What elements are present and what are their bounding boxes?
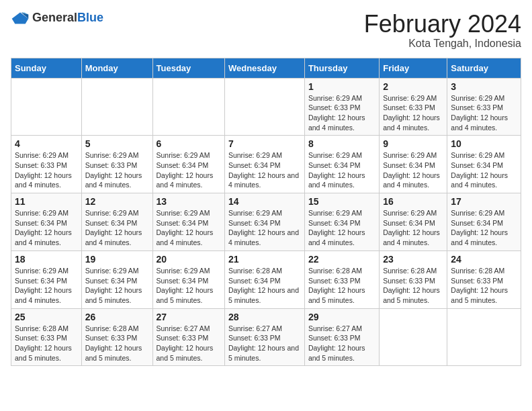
day-detail: Sunrise: 6:29 AM Sunset: 6:34 PM Dayligh… <box>157 208 221 248</box>
day-detail: Sunrise: 6:29 AM Sunset: 6:34 PM Dayligh… <box>451 150 517 190</box>
calendar-cell: 4Sunrise: 6:29 AM Sunset: 6:33 PM Daylig… <box>11 136 82 193</box>
week-row-3: 11Sunrise: 6:29 AM Sunset: 6:34 PM Dayli… <box>11 193 521 251</box>
day-detail: Sunrise: 6:29 AM Sunset: 6:34 PM Dayligh… <box>228 208 301 248</box>
calendar-cell: 26Sunrise: 6:28 AM Sunset: 6:33 PM Dayli… <box>81 308 152 366</box>
calendar-cell: 16Sunrise: 6:29 AM Sunset: 6:34 PM Dayli… <box>380 193 447 251</box>
calendar-cell: 20Sunrise: 6:29 AM Sunset: 6:34 PM Dayli… <box>152 250 224 308</box>
day-number: 11 <box>15 196 78 207</box>
calendar-cell <box>380 308 447 366</box>
day-detail: Sunrise: 6:27 AM Sunset: 6:33 PM Dayligh… <box>308 324 375 363</box>
day-number: 13 <box>157 196 221 207</box>
calendar-cell: 18Sunrise: 6:29 AM Sunset: 6:34 PM Dayli… <box>11 250 82 308</box>
day-number: 7 <box>228 138 301 149</box>
day-detail: Sunrise: 6:28 AM Sunset: 6:33 PM Dayligh… <box>451 266 517 306</box>
calendar-cell <box>81 78 152 136</box>
day-detail: Sunrise: 6:29 AM Sunset: 6:34 PM Dayligh… <box>15 266 78 306</box>
calendar-table: SundayMondayTuesdayWednesdayThursdayFrid… <box>11 58 521 367</box>
day-number: 28 <box>228 312 301 322</box>
day-detail: Sunrise: 6:29 AM Sunset: 6:33 PM Dayligh… <box>308 93 375 133</box>
calendar-cell: 28Sunrise: 6:27 AM Sunset: 6:33 PM Dayli… <box>224 308 304 366</box>
header-sunday: Sunday <box>11 58 82 78</box>
day-number: 27 <box>157 312 221 322</box>
calendar-cell: 10Sunrise: 6:29 AM Sunset: 6:34 PM Dayli… <box>447 136 521 193</box>
day-number: 25 <box>15 312 78 322</box>
header: GeneralBlue February 2024 Kota Tengah, I… <box>11 11 521 50</box>
main-title: February 2024 <box>364 11 521 38</box>
week-row-2: 4Sunrise: 6:29 AM Sunset: 6:33 PM Daylig… <box>11 136 521 193</box>
calendar-cell: 9Sunrise: 6:29 AM Sunset: 6:34 PM Daylig… <box>380 136 447 193</box>
header-friday: Friday <box>380 58 447 78</box>
day-detail: Sunrise: 6:28 AM Sunset: 6:33 PM Dayligh… <box>85 324 149 363</box>
calendar-cell <box>224 78 304 136</box>
day-number: 10 <box>451 138 517 149</box>
calendar-cell: 7Sunrise: 6:29 AM Sunset: 6:34 PM Daylig… <box>224 136 304 193</box>
day-detail: Sunrise: 6:29 AM Sunset: 6:34 PM Dayligh… <box>308 208 375 248</box>
calendar-cell: 3Sunrise: 6:29 AM Sunset: 6:33 PM Daylig… <box>447 78 521 136</box>
calendar-cell: 6Sunrise: 6:29 AM Sunset: 6:34 PM Daylig… <box>152 136 224 193</box>
calendar-cell <box>447 308 521 366</box>
calendar-cell: 19Sunrise: 6:29 AM Sunset: 6:34 PM Dayli… <box>81 250 152 308</box>
day-number: 19 <box>85 254 149 265</box>
day-number: 8 <box>308 138 375 149</box>
calendar-cell: 13Sunrise: 6:29 AM Sunset: 6:34 PM Dayli… <box>152 193 224 251</box>
logo-icon <box>11 11 30 25</box>
calendar-cell: 5Sunrise: 6:29 AM Sunset: 6:33 PM Daylig… <box>81 136 152 193</box>
day-detail: Sunrise: 6:29 AM Sunset: 6:33 PM Dayligh… <box>383 93 443 133</box>
calendar-cell: 17Sunrise: 6:29 AM Sunset: 6:34 PM Dayli… <box>447 193 521 251</box>
day-detail: Sunrise: 6:29 AM Sunset: 6:34 PM Dayligh… <box>451 208 517 248</box>
sub-title: Kota Tengah, Indonesia <box>364 38 521 50</box>
header-saturday: Saturday <box>447 58 521 78</box>
day-number: 16 <box>383 196 443 207</box>
header-monday: Monday <box>81 58 152 78</box>
day-number: 5 <box>85 138 149 149</box>
day-detail: Sunrise: 6:29 AM Sunset: 6:34 PM Dayligh… <box>157 150 221 190</box>
day-detail: Sunrise: 6:29 AM Sunset: 6:34 PM Dayligh… <box>228 150 301 190</box>
day-number: 26 <box>85 312 149 322</box>
header-tuesday: Tuesday <box>152 58 224 78</box>
calendar-cell <box>152 78 224 136</box>
day-number: 29 <box>308 312 375 322</box>
calendar-cell: 14Sunrise: 6:29 AM Sunset: 6:34 PM Dayli… <box>224 193 304 251</box>
day-detail: Sunrise: 6:29 AM Sunset: 6:34 PM Dayligh… <box>157 266 221 306</box>
week-row-1: 1Sunrise: 6:29 AM Sunset: 6:33 PM Daylig… <box>11 78 521 136</box>
day-number: 12 <box>85 196 149 207</box>
calendar-cell: 29Sunrise: 6:27 AM Sunset: 6:33 PM Dayli… <box>304 308 379 366</box>
calendar-cell: 27Sunrise: 6:27 AM Sunset: 6:33 PM Dayli… <box>152 308 224 366</box>
day-number: 22 <box>308 254 375 265</box>
calendar-header-row: SundayMondayTuesdayWednesdayThursdayFrid… <box>11 58 521 78</box>
day-detail: Sunrise: 6:28 AM Sunset: 6:33 PM Dayligh… <box>15 324 78 363</box>
header-wednesday: Wednesday <box>224 58 304 78</box>
calendar-cell: 24Sunrise: 6:28 AM Sunset: 6:33 PM Dayli… <box>447 250 521 308</box>
calendar-cell: 25Sunrise: 6:28 AM Sunset: 6:33 PM Dayli… <box>11 308 82 366</box>
day-detail: Sunrise: 6:29 AM Sunset: 6:33 PM Dayligh… <box>451 93 517 133</box>
week-row-5: 25Sunrise: 6:28 AM Sunset: 6:33 PM Dayli… <box>11 308 521 366</box>
day-number: 2 <box>383 81 443 92</box>
calendar-cell: 11Sunrise: 6:29 AM Sunset: 6:34 PM Dayli… <box>11 193 82 251</box>
calendar-cell: 1Sunrise: 6:29 AM Sunset: 6:33 PM Daylig… <box>304 78 379 136</box>
day-number: 23 <box>383 254 443 265</box>
day-number: 18 <box>15 254 78 265</box>
day-number: 21 <box>228 254 301 265</box>
calendar-cell: 2Sunrise: 6:29 AM Sunset: 6:33 PM Daylig… <box>380 78 447 136</box>
day-detail: Sunrise: 6:29 AM Sunset: 6:34 PM Dayligh… <box>383 150 443 190</box>
calendar-cell <box>11 78 82 136</box>
day-detail: Sunrise: 6:29 AM Sunset: 6:33 PM Dayligh… <box>85 150 149 190</box>
day-detail: Sunrise: 6:28 AM Sunset: 6:33 PM Dayligh… <box>308 266 375 306</box>
calendar-cell: 15Sunrise: 6:29 AM Sunset: 6:34 PM Dayli… <box>304 193 379 251</box>
calendar-cell: 23Sunrise: 6:28 AM Sunset: 6:33 PM Dayli… <box>380 250 447 308</box>
day-number: 17 <box>451 196 517 207</box>
week-row-4: 18Sunrise: 6:29 AM Sunset: 6:34 PM Dayli… <box>11 250 521 308</box>
day-number: 20 <box>157 254 221 265</box>
day-number: 4 <box>15 138 78 149</box>
day-detail: Sunrise: 6:29 AM Sunset: 6:34 PM Dayligh… <box>15 208 78 248</box>
logo: GeneralBlue <box>11 11 103 25</box>
day-detail: Sunrise: 6:28 AM Sunset: 6:34 PM Dayligh… <box>228 266 301 306</box>
logo-text-blue: Blue <box>77 11 103 24</box>
day-detail: Sunrise: 6:27 AM Sunset: 6:33 PM Dayligh… <box>157 324 221 363</box>
day-detail: Sunrise: 6:29 AM Sunset: 6:34 PM Dayligh… <box>85 208 149 248</box>
day-number: 9 <box>383 138 443 149</box>
title-area: February 2024 Kota Tengah, Indonesia <box>364 11 521 50</box>
day-number: 14 <box>228 196 301 207</box>
day-number: 1 <box>308 81 375 92</box>
day-detail: Sunrise: 6:28 AM Sunset: 6:33 PM Dayligh… <box>383 266 443 306</box>
